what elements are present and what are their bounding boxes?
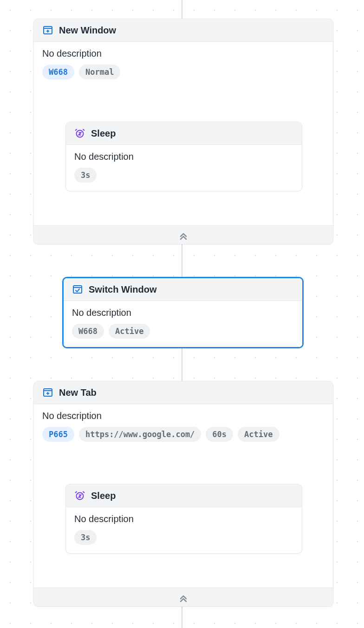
plus-window-icon (42, 387, 53, 398)
node-header: New Window (34, 19, 333, 42)
node-body: No description P665 https://www.google.c… (34, 404, 333, 450)
node-header: Sleep (66, 484, 302, 507)
id-pill[interactable]: W668 (72, 324, 104, 339)
id-pill[interactable]: P665 (42, 427, 74, 442)
node-title: Sleep (91, 128, 116, 139)
node-title: New Tab (59, 387, 97, 398)
pill-row: W668 Normal (42, 65, 325, 79)
node-description: No description (42, 48, 325, 59)
node-description: No description (74, 151, 293, 162)
node-body: No description 3s (66, 145, 302, 191)
flow-canvas[interactable]: New Window No description W668 Normal (0, 0, 364, 628)
node-title: Sleep (91, 491, 116, 501)
pill-row: 3s (74, 530, 293, 545)
alarm-snooze-icon (74, 490, 85, 501)
alarm-snooze-icon (74, 128, 85, 139)
collapse-bar[interactable] (34, 588, 333, 606)
node-header: Switch Window (64, 278, 302, 301)
pill-row: W668 Active (72, 324, 294, 339)
duration-pill[interactable]: 3s (74, 168, 97, 183)
node-sleep[interactable]: Sleep No description 3s (65, 122, 302, 191)
pill-row: P665 https://www.google.com/ 60s Active (42, 427, 325, 442)
state-pill[interactable]: Active (109, 324, 150, 339)
node-sleep[interactable]: Sleep No description 3s (65, 484, 302, 554)
node-new-tab[interactable]: New Tab No description P665 https://www.… (33, 381, 333, 607)
duration-pill[interactable]: 3s (74, 530, 97, 545)
node-switch-window[interactable]: Switch Window No description W668 Active (62, 277, 304, 348)
node-body: No description 3s (66, 507, 302, 553)
node-header: New Tab (34, 381, 333, 404)
pill-row: 3s (74, 168, 293, 183)
id-pill[interactable]: W668 (42, 65, 74, 79)
node-title: New Window (59, 25, 116, 36)
node-header: Sleep (66, 122, 302, 145)
check-window-icon (72, 284, 83, 295)
node-body: No description W668 Active (64, 301, 302, 347)
plus-window-icon (42, 25, 53, 36)
node-body: No description W668 Normal (34, 42, 333, 88)
chevron-double-up-icon (178, 593, 189, 602)
collapse-bar[interactable] (34, 225, 333, 244)
state-pill[interactable]: Active (238, 427, 279, 442)
node-description: No description (72, 307, 294, 318)
node-description: No description (74, 514, 293, 524)
url-pill[interactable]: https://www.google.com/ (79, 427, 201, 442)
chevron-double-up-icon (178, 231, 189, 239)
node-description: No description (42, 411, 325, 421)
node-new-window[interactable]: New Window No description W668 Normal (33, 19, 333, 244)
svg-rect-5 (73, 286, 82, 293)
timeout-pill[interactable]: 60s (206, 427, 233, 442)
mode-pill[interactable]: Normal (79, 65, 120, 79)
node-title: Switch Window (89, 284, 156, 295)
